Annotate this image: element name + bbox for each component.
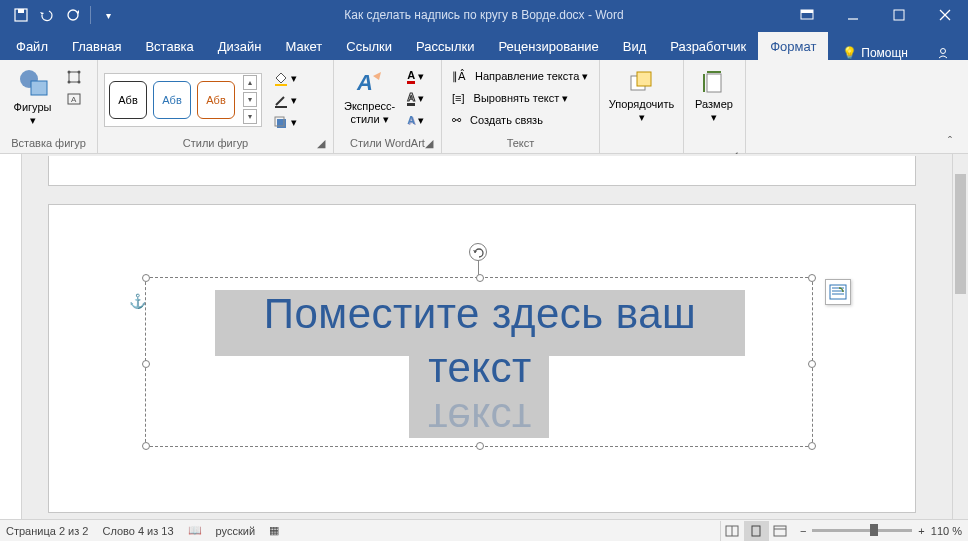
gallery-more[interactable]: ▾: [243, 109, 257, 124]
tab-design[interactable]: Дизайн: [206, 32, 274, 60]
handle-sw[interactable]: [142, 442, 150, 450]
size-button[interactable]: Размер▾: [690, 64, 738, 130]
share-button[interactable]: [922, 46, 964, 60]
wordart-quick-styles-button[interactable]: A Экспресс- стили ▾: [340, 64, 399, 130]
svg-rect-20: [275, 106, 287, 108]
svg-point-2: [68, 10, 78, 20]
svg-text:A: A: [71, 95, 77, 104]
tab-view[interactable]: Вид: [611, 32, 659, 60]
shapes-button[interactable]: Фигуры ▾: [6, 64, 59, 130]
redo-button[interactable]: [60, 2, 86, 28]
document-title: Как сделать надпись по кругу в Ворде.doc…: [344, 8, 623, 22]
arrange-icon: [629, 70, 655, 96]
svg-rect-36: [774, 526, 786, 536]
svg-point-14: [78, 71, 81, 74]
edit-shape-button[interactable]: [63, 67, 91, 87]
shape-style-gallery[interactable]: Абв Абв Абв ▴ ▾ ▾: [104, 73, 262, 127]
maximize-button[interactable]: [876, 0, 922, 30]
svg-rect-19: [275, 84, 287, 86]
shape-style-1[interactable]: Абв: [109, 81, 147, 119]
text-direction-icon: ∥А̂: [452, 70, 466, 83]
group-wordart-styles: Стили WordArt◢: [340, 135, 435, 151]
view-web-layout[interactable]: [768, 521, 792, 541]
link-icon: ⚯: [452, 114, 461, 127]
handle-e[interactable]: [808, 360, 816, 368]
help-label: Помощн: [861, 46, 908, 60]
zoom-in-button[interactable]: +: [918, 525, 924, 537]
shape-style-2[interactable]: Абв: [153, 81, 191, 119]
shape-outline-button[interactable]: ▾: [270, 91, 301, 111]
vertical-ruler: [0, 154, 22, 519]
page[interactable]: ⚓ Поместите здесь ваш: [48, 204, 916, 513]
svg-rect-6: [894, 10, 904, 20]
handle-s[interactable]: [476, 442, 484, 450]
handle-se[interactable]: [808, 442, 816, 450]
text-outline-button[interactable]: A ▾: [403, 88, 431, 108]
wordart-text-line1[interactable]: Поместите здесь ваш: [215, 291, 745, 337]
qat-customize[interactable]: ▾: [95, 2, 121, 28]
ribbon-display-options[interactable]: [784, 0, 830, 30]
group-shape-styles: Стили фигур◢: [104, 135, 327, 151]
rotation-handle[interactable]: [469, 243, 487, 261]
svg-rect-26: [707, 74, 721, 92]
status-page[interactable]: Страница 2 из 2: [6, 525, 88, 537]
tab-file[interactable]: Файл: [4, 32, 60, 60]
tab-mailings[interactable]: Рассылки: [404, 32, 486, 60]
close-button[interactable]: [922, 0, 968, 30]
shape-styles-launcher[interactable]: ◢: [315, 137, 327, 149]
zoom-out-button[interactable]: −: [800, 525, 806, 537]
tab-format[interactable]: Формат: [758, 32, 828, 60]
tell-me-help[interactable]: 💡 Помощн: [836, 46, 922, 60]
tab-references[interactable]: Ссылки: [334, 32, 404, 60]
document-workspace: ⚓ Поместите здесь ваш: [0, 154, 968, 519]
handle-ne[interactable]: [808, 274, 816, 282]
wordart-text-line2[interactable]: текст: [215, 345, 745, 391]
shapes-icon: [17, 67, 49, 99]
zoom-level[interactable]: 110 %: [931, 525, 962, 537]
view-read-mode[interactable]: [720, 521, 744, 541]
wordart-reflection: текст: [215, 395, 745, 435]
text-fill-button[interactable]: A ▾: [403, 66, 431, 86]
svg-rect-35: [752, 526, 760, 536]
wordart-icon: A: [355, 68, 385, 98]
shape-style-3[interactable]: Абв: [197, 81, 235, 119]
collapse-ribbon-button[interactable]: ˆ: [948, 135, 962, 149]
gallery-row-up[interactable]: ▴: [243, 75, 257, 90]
view-print-layout[interactable]: [744, 521, 768, 541]
zoom-slider[interactable]: [812, 529, 912, 532]
document-canvas[interactable]: ⚓ Поместите здесь ваш: [22, 154, 952, 519]
align-text-button[interactable]: [≡] Выровнять текст ▾: [448, 88, 592, 108]
text-effects-button[interactable]: A ▾: [403, 110, 431, 130]
undo-button[interactable]: [34, 2, 60, 28]
status-word-count[interactable]: Слово 4 из 13: [102, 525, 173, 537]
handle-w[interactable]: [142, 360, 150, 368]
svg-point-16: [78, 81, 81, 84]
svg-text:A: A: [356, 70, 373, 95]
shape-effects-button[interactable]: ▾: [270, 113, 301, 133]
scrollbar-thumb[interactable]: [955, 174, 966, 294]
create-link-button[interactable]: ⚯ Создать связь: [448, 110, 592, 130]
group-arrange: [606, 147, 677, 151]
vertical-scrollbar[interactable]: [952, 154, 968, 519]
macro-icon[interactable]: ▦: [269, 524, 279, 537]
svg-rect-21: [277, 119, 286, 128]
status-language[interactable]: русский: [216, 525, 255, 537]
spellcheck-icon[interactable]: 📖: [188, 524, 202, 537]
handle-n[interactable]: [476, 274, 484, 282]
textbox-button[interactable]: A: [63, 89, 91, 109]
handle-nw[interactable]: [142, 274, 150, 282]
tab-review[interactable]: Рецензирование: [486, 32, 610, 60]
wordart-styles-launcher[interactable]: ◢: [423, 137, 435, 149]
tab-developer[interactable]: Разработчик: [658, 32, 758, 60]
tab-insert[interactable]: Вставка: [133, 32, 205, 60]
layout-options-button[interactable]: [825, 279, 851, 305]
shape-fill-button[interactable]: ▾: [270, 69, 301, 89]
text-direction-button[interactable]: ∥А̂ Направление текста ▾: [448, 66, 592, 86]
group-size: ◢: [690, 147, 739, 151]
gallery-row-down[interactable]: ▾: [243, 92, 257, 107]
arrange-button[interactable]: Упорядочить▾: [606, 64, 677, 130]
minimize-button[interactable]: [830, 0, 876, 30]
save-button[interactable]: [8, 2, 34, 28]
tab-layout[interactable]: Макет: [273, 32, 334, 60]
tab-home[interactable]: Главная: [60, 32, 133, 60]
